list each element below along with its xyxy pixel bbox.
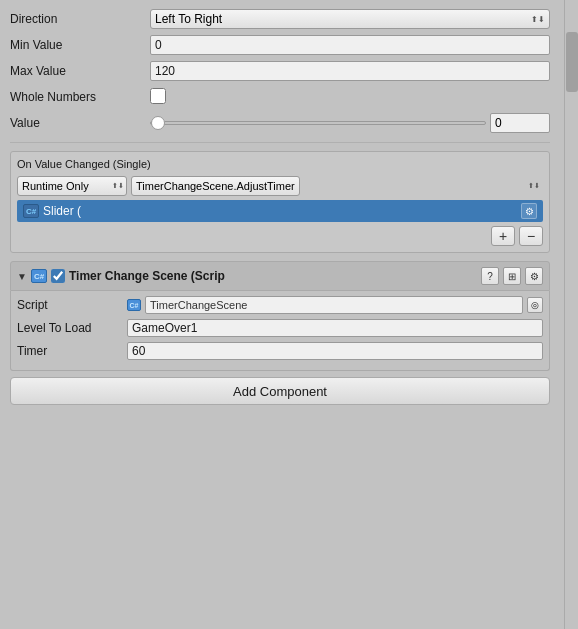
script-row: Script C# TimerChangeScene ◎ (17, 295, 543, 315)
level-to-load-row: Level To Load (17, 318, 543, 338)
add-component-button[interactable]: Add Component (10, 377, 550, 405)
timer-label: Timer (17, 344, 127, 358)
event-section-title: On Value Changed (Single) (17, 158, 543, 170)
min-value-field (150, 35, 550, 55)
script-value-container: C# TimerChangeScene ◎ (127, 296, 543, 314)
add-remove-row: + − (17, 226, 543, 246)
min-value-row: Min Value (10, 34, 550, 56)
value-slider[interactable] (150, 121, 486, 125)
inspector-panel: Direction Left To Right Right To Left Bo… (0, 0, 560, 413)
whole-numbers-field (150, 88, 550, 107)
selected-item-text: Slider ( (43, 204, 517, 218)
component-body: Script C# TimerChangeScene ◎ Level To Lo… (10, 291, 550, 371)
event-row: Runtime Only Editor and Runtime Off Time… (17, 176, 543, 196)
add-event-button[interactable]: + (491, 226, 515, 246)
min-value-label: Min Value (10, 38, 150, 52)
value-slider-container (150, 113, 550, 133)
scrollbar[interactable] (564, 0, 578, 629)
component-header: ▼ C# Timer Change Scene (Scrip ? ⊞ ⚙ (10, 261, 550, 291)
method-select-wrapper: TimerChangeScene.AdjustTimer (131, 176, 543, 196)
add-component-label: Add Component (233, 384, 327, 399)
value-label: Value (10, 116, 150, 130)
component-layout-button[interactable]: ⊞ (503, 267, 521, 285)
component-section: ▼ C# Timer Change Scene (Scrip ? ⊞ ⚙ Scr… (10, 261, 550, 371)
whole-numbers-checkbox[interactable] (150, 88, 166, 104)
timer-value (127, 342, 543, 360)
component-help-button[interactable]: ? (481, 267, 499, 285)
runtime-select[interactable]: Runtime Only Editor and Runtime Off (17, 176, 127, 196)
whole-numbers-label: Whole Numbers (10, 90, 150, 104)
level-to-load-value (127, 319, 543, 337)
gear-button[interactable]: ⚙ (521, 203, 537, 219)
runtime-select-wrapper: Runtime Only Editor and Runtime Off (17, 176, 127, 196)
component-enable-checkbox[interactable] (51, 269, 65, 283)
direction-row: Direction Left To Right Right To Left Bo… (10, 8, 550, 30)
event-section: On Value Changed (Single) Runtime Only E… (10, 151, 550, 253)
level-to-load-input[interactable] (127, 319, 543, 337)
level-to-load-label: Level To Load (17, 321, 127, 335)
method-select[interactable]: TimerChangeScene.AdjustTimer (131, 176, 300, 196)
direction-select[interactable]: Left To Right Right To Left Bottom To To… (150, 9, 550, 29)
scrollbar-thumb[interactable] (566, 32, 578, 92)
min-value-input[interactable] (150, 35, 550, 55)
timer-input[interactable] (127, 342, 543, 360)
value-row: Value (10, 112, 550, 134)
max-value-row: Max Value (10, 60, 550, 82)
script-ref-row: C# TimerChangeScene ◎ (127, 296, 543, 314)
script-label: Script (17, 298, 127, 312)
remove-event-button[interactable]: − (519, 226, 543, 246)
script-cs-icon: C# (127, 299, 141, 311)
max-value-label: Max Value (10, 64, 150, 78)
cs-badge-small: C# (23, 204, 39, 218)
whole-numbers-row: Whole Numbers (10, 86, 550, 108)
component-settings-button[interactable]: ⚙ (525, 267, 543, 285)
divider-1 (10, 142, 550, 143)
script-ref-text: TimerChangeScene (145, 296, 523, 314)
value-slider-input[interactable] (490, 113, 550, 133)
selected-item-row[interactable]: C# Slider ( ⚙ (17, 200, 543, 222)
collapse-triangle[interactable]: ▼ (17, 271, 27, 281)
direction-label: Direction (10, 12, 150, 26)
script-ref-select-icon[interactable]: ◎ (527, 297, 543, 313)
direction-value: Left To Right Right To Left Bottom To To… (150, 9, 550, 29)
component-title: Timer Change Scene (Scrip (69, 269, 477, 283)
max-value-field (150, 61, 550, 81)
max-value-input[interactable] (150, 61, 550, 81)
timer-row: Timer (17, 341, 543, 361)
direction-select-wrapper: Left To Right Right To Left Bottom To To… (150, 9, 550, 29)
comp-cs-badge: C# (31, 269, 47, 283)
